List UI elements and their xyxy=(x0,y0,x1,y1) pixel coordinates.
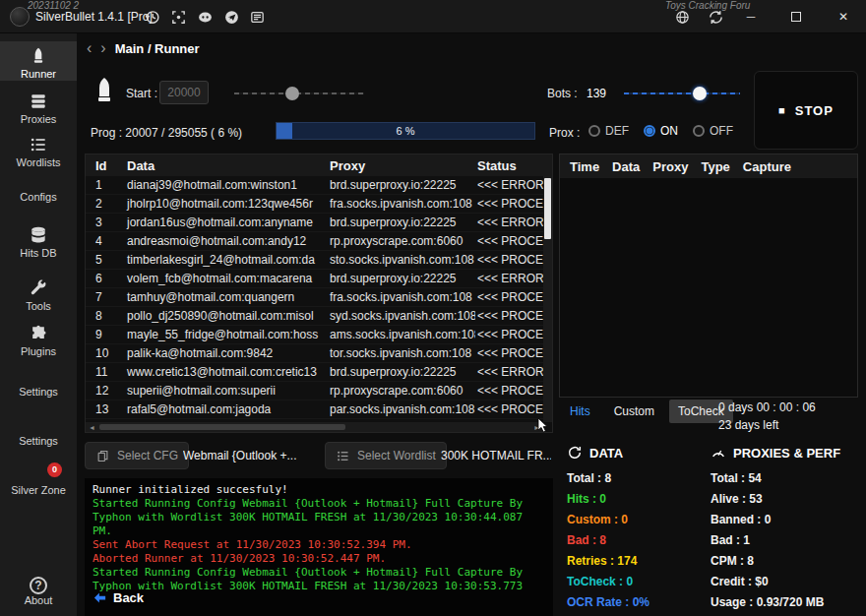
table-row[interactable]: 12superii@hotmail.com:superiirp.proxyscr… xyxy=(86,382,543,400)
nav-back-icon[interactable]: ‹ xyxy=(87,39,92,57)
list-icon xyxy=(29,135,48,154)
result-tabs: Hits Custom ToCheck xyxy=(561,400,733,423)
radio-label: ON xyxy=(660,124,678,138)
column-header-time[interactable]: Time xyxy=(570,159,599,174)
maximize-button[interactable] xyxy=(779,0,813,33)
sidebar-item-wordlists[interactable]: Wordlists xyxy=(0,130,77,167)
table-row[interactable]: 6volem_fcb@hotmail.com:macarenabrd.super… xyxy=(86,270,543,288)
prox-radio-off[interactable]: OFF xyxy=(693,124,733,138)
cell-id: 6 xyxy=(86,272,125,285)
notification-badge: 0 xyxy=(47,462,62,477)
stop-button[interactable]: ■ STOP xyxy=(754,71,858,150)
sidebar-item-settings-2[interactable]: Settings xyxy=(0,435,77,455)
capture-icon[interactable] xyxy=(167,6,189,28)
sidebar-item-hits-db[interactable]: Hits DB xyxy=(0,220,77,260)
table-row[interactable]: 4andreasmoi@hotmail.com:andy12rp.proxysc… xyxy=(86,232,543,251)
column-header-data[interactable]: Data xyxy=(612,159,640,174)
sidebar-item-label: Settings xyxy=(0,435,77,452)
column-header-status[interactable]: Status xyxy=(475,158,552,173)
radio-label: DEF xyxy=(605,124,629,138)
bots-slider-thumb[interactable] xyxy=(693,87,707,100)
start-input[interactable] xyxy=(159,81,209,104)
globe-icon[interactable] xyxy=(671,6,693,28)
horizontal-scrollbar[interactable]: ◄ ► xyxy=(86,422,543,432)
sidebar-item-about[interactable]: ? About xyxy=(0,573,77,616)
cell-status: <<< PROCES xyxy=(475,234,543,248)
stat-total: Total : 54 xyxy=(711,470,858,486)
cell-id: 13 xyxy=(86,402,125,416)
stat-alive: Alive : 53 xyxy=(711,491,858,507)
select-wordlist-label: Select Wordlist xyxy=(357,449,436,462)
sidebar-item-plugins[interactable]: Plugins xyxy=(0,319,77,358)
column-header-capture[interactable]: Capture xyxy=(743,159,791,174)
cell-status: <<< PROCES xyxy=(475,290,543,304)
column-header-data[interactable]: Data xyxy=(125,158,328,173)
table-row[interactable]: 9mayle_55_fridge@hotmail.com:hossams.soc… xyxy=(86,326,543,344)
cell-data: www.cretic13@hotmail.com:cretic13 xyxy=(125,365,328,379)
select-cfg-button[interactable]: Select CFG xyxy=(85,442,189,469)
nav-forward-icon[interactable]: › xyxy=(100,39,105,57)
table-row[interactable]: 7tamhuy@hotmail.com:quangernfra.socks.ip… xyxy=(86,288,543,307)
prox-radio-on[interactable]: ON xyxy=(644,124,678,138)
vertical-scrollbar[interactable] xyxy=(543,176,552,422)
cell-id: 10 xyxy=(86,346,125,360)
minimize-button[interactable]: ─ xyxy=(734,0,768,33)
table-row[interactable]: 11www.cretic13@hotmail.com:cretic13brd.s… xyxy=(86,363,543,382)
telegram-icon[interactable] xyxy=(220,6,242,28)
page-title: Main / Runner xyxy=(115,41,200,56)
sidebar: Runner Proxies Wordlists Configs Hits DB… xyxy=(0,33,77,616)
table-row[interactable]: 5timberlakesgirl_24@hotmail.com:dasto.so… xyxy=(86,251,543,270)
sidebar-item-proxies[interactable]: Proxies xyxy=(0,87,77,124)
log-line: Sent Abort Request at 11/30/2023 10:30:5… xyxy=(93,538,545,552)
close-button[interactable]: ✕ xyxy=(827,0,860,33)
news-icon[interactable] xyxy=(246,6,268,28)
cell-status: <<< PROCES xyxy=(475,197,543,211)
table-row[interactable]: 8pollo_dj250890@hotmail.com:misolsyd.soc… xyxy=(86,307,543,326)
sidebar-item-label: Silver Zone xyxy=(0,466,77,501)
runner-table-header: Id Data Proxy Status xyxy=(86,154,552,176)
cell-status: <<< PROCES xyxy=(475,253,543,267)
table-row[interactable]: 3jordan16us@hotmail.com:anynamebrd.super… xyxy=(86,214,543,232)
column-header-type[interactable]: Type xyxy=(701,159,729,174)
prox-radio-def[interactable]: DEF xyxy=(588,124,629,138)
tab-hits[interactable]: Hits xyxy=(561,400,599,423)
column-header-proxy[interactable]: Proxy xyxy=(652,159,688,174)
config-file-icon xyxy=(95,449,110,463)
log-lines: Runner initialized succesfuly!Started Ru… xyxy=(93,483,545,593)
sidebar-item-tools[interactable]: Tools xyxy=(0,274,77,311)
history-icon[interactable] xyxy=(141,6,162,28)
stat-banned: Banned : 0 xyxy=(711,512,858,527)
column-header-id[interactable]: Id xyxy=(86,158,125,173)
sidebar-item-runner[interactable]: Runner xyxy=(0,41,77,81)
discord-icon[interactable] xyxy=(194,6,216,28)
log-console[interactable]: Runner initialized succesfuly!Started Ru… xyxy=(85,478,553,616)
scroll-left-icon[interactable]: ◄ xyxy=(89,424,95,431)
scrollbar-thumb[interactable] xyxy=(99,424,345,430)
sidebar-item-silver-zone[interactable]: 0 Silver Zone xyxy=(0,466,77,506)
table-row[interactable]: 1dianaj39@hotmail.com:winston1brd.superp… xyxy=(86,176,543,195)
select-wordlist-button[interactable]: Select Wordlist xyxy=(325,442,447,469)
gauge-icon xyxy=(711,445,726,461)
scrollbar-thumb[interactable] xyxy=(544,178,551,239)
cell-data: palik-ka@hotmail.com:9842 xyxy=(125,346,328,360)
sidebar-item-settings[interactable]: Settings xyxy=(0,386,77,405)
sync-icon[interactable] xyxy=(705,6,726,28)
start-slider-thumb[interactable] xyxy=(285,87,299,100)
cell-proxy: rp.proxyscrape.com:6060 xyxy=(328,384,475,398)
stat-total: Total : 8 xyxy=(567,470,705,486)
stat-bad: Bad : 1 xyxy=(711,532,858,548)
sidebar-item-configs[interactable]: Configs xyxy=(0,191,77,211)
column-header-proxy[interactable]: Proxy xyxy=(328,158,475,173)
stop-square-icon: ■ xyxy=(778,104,786,116)
cell-id: 9 xyxy=(86,328,125,341)
table-row[interactable]: 10palik-ka@hotmail.com:9842tor.socks.ipv… xyxy=(86,344,543,363)
back-button[interactable]: Back xyxy=(93,590,144,605)
table-row[interactable]: 2jholrp10@hotmail.com:123qwe456rfra.sock… xyxy=(86,195,543,214)
start-slider[interactable] xyxy=(234,87,364,100)
selected-config-value: Webmail {Outlook +... xyxy=(183,449,319,462)
bots-slider[interactable] xyxy=(624,87,740,100)
slider-track xyxy=(624,92,740,94)
tab-custom[interactable]: Custom xyxy=(605,400,663,423)
table-row[interactable]: 13rafal5@hotmail.com:jagodapar.socks.ipv… xyxy=(86,400,543,419)
run-bullet-button[interactable] xyxy=(93,77,116,106)
